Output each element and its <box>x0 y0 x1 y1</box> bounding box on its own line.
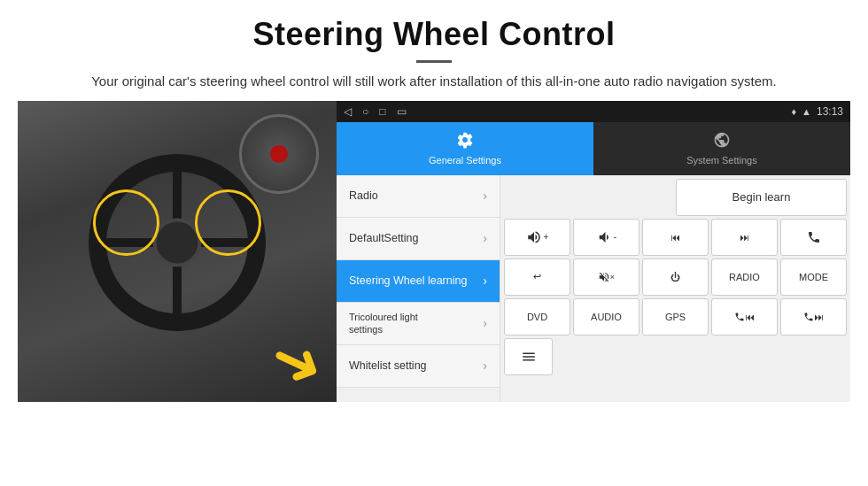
menu-items-list: Radio › DefaultSetting › Steering Wheel … <box>337 175 500 402</box>
recent-icon: □ <box>379 105 385 118</box>
menu-item-default[interactable]: DefaultSetting › <box>337 218 500 260</box>
cast-icon: ▭ <box>397 105 407 118</box>
vol-down-button[interactable]: - <box>573 219 639 256</box>
control-row-0: Begin learn <box>504 179 847 216</box>
menu-item-tricoloured-label: Tricoloured light settings <box>349 311 483 336</box>
tab-bar: General Settings System Settings <box>337 122 850 175</box>
page-header: Steering Wheel Control Your original car… <box>0 0 868 101</box>
control-row-1: + - ⏮ ⏭ <box>504 219 847 256</box>
chevron-right-icon-2: › <box>483 231 487 245</box>
begin-learn-label: Begin learn <box>732 190 791 204</box>
prev-track-button[interactable]: ⏮ <box>642 219 709 256</box>
buttons-panel: Begin learn + - ⏮ ⏭ <box>500 175 850 402</box>
steering-wheel <box>89 154 266 331</box>
power-button[interactable]: ⏻ <box>642 258 709 296</box>
tab-general-settings[interactable]: General Settings <box>337 122 593 175</box>
tab-general-label: General Settings <box>429 155 501 166</box>
android-panel: ◁ ○ □ ▭ ♦ ▲ 13:13 General Settings <box>337 101 850 402</box>
radio-button[interactable]: RADIO <box>711 258 778 296</box>
title-divider <box>416 60 452 63</box>
menu-item-steering[interactable]: Steering Wheel learning › <box>337 260 500 303</box>
location-icon: ♦ <box>791 106 796 117</box>
menu-item-steering-label: Steering Wheel learning <box>349 274 483 287</box>
audio-button[interactable]: AUDIO <box>573 298 639 336</box>
menu-button[interactable] <box>504 338 553 375</box>
car-image: ➜ <box>18 101 337 402</box>
call-button[interactable] <box>780 219 847 256</box>
main-content: ➜ ◁ ○ □ ▭ ♦ ▲ 13:13 <box>0 101 868 402</box>
tab-system-settings[interactable]: System Settings <box>593 122 850 175</box>
car-background: ➜ <box>18 101 337 402</box>
mode-button[interactable]: MODE <box>780 258 847 296</box>
menu-item-whitelist-label: Whitelist setting <box>349 359 483 372</box>
menu-item-default-label: DefaultSetting <box>349 232 483 244</box>
control-row-2: ↩ × ⏻ RADIO MODE <box>504 258 847 296</box>
empty-cell <box>504 179 673 216</box>
mute-button[interactable]: × <box>573 258 639 296</box>
control-row-4 <box>504 338 847 375</box>
chevron-right-icon-3: › <box>483 274 487 288</box>
status-bar-right-icons: ♦ ▲ 13:13 <box>791 105 843 118</box>
status-bar: ◁ ○ □ ▭ ♦ ▲ 13:13 <box>337 101 850 122</box>
return-button[interactable]: ↩ <box>504 258 570 296</box>
menu-list: Radio › DefaultSetting › Steering Wheel … <box>337 175 850 402</box>
call-next-button[interactable]: ⏭ <box>780 298 847 336</box>
page-title: Steering Wheel Control <box>35 16 833 53</box>
chevron-right-icon-4: › <box>483 316 487 330</box>
chevron-right-icon-5: › <box>483 359 487 373</box>
gps-button[interactable]: GPS <box>642 298 709 336</box>
wifi-icon: ▲ <box>802 106 811 117</box>
call-prev-button[interactable]: ⏮ <box>711 298 778 336</box>
control-row-3: DVD AUDIO GPS ⏮ ⏭ <box>504 298 847 336</box>
next-track-button[interactable]: ⏭ <box>711 219 778 256</box>
status-bar-nav-icons: ◁ ○ □ ▭ <box>344 105 407 118</box>
chevron-right-icon: › <box>483 189 487 203</box>
tab-system-label: System Settings <box>686 155 756 166</box>
home-icon: ○ <box>362 105 368 118</box>
highlight-circle-right <box>195 189 261 256</box>
page-description: Your original car's steering wheel contr… <box>35 72 833 92</box>
vol-up-button[interactable]: + <box>504 219 570 256</box>
back-icon: ◁ <box>344 105 352 118</box>
menu-item-radio-label: Radio <box>349 189 483 202</box>
time-display: 13:13 <box>817 105 843 118</box>
dvd-button[interactable]: DVD <box>504 298 570 336</box>
highlight-circle-left <box>93 189 159 256</box>
general-settings-icon <box>456 131 474 153</box>
system-settings-icon <box>713 131 731 153</box>
menu-item-radio[interactable]: Radio › <box>337 175 500 218</box>
menu-item-tricoloured[interactable]: Tricoloured light settings › <box>337 303 500 345</box>
begin-learn-button[interactable]: Begin learn <box>676 179 847 216</box>
menu-item-whitelist[interactable]: Whitelist setting › <box>337 345 500 388</box>
